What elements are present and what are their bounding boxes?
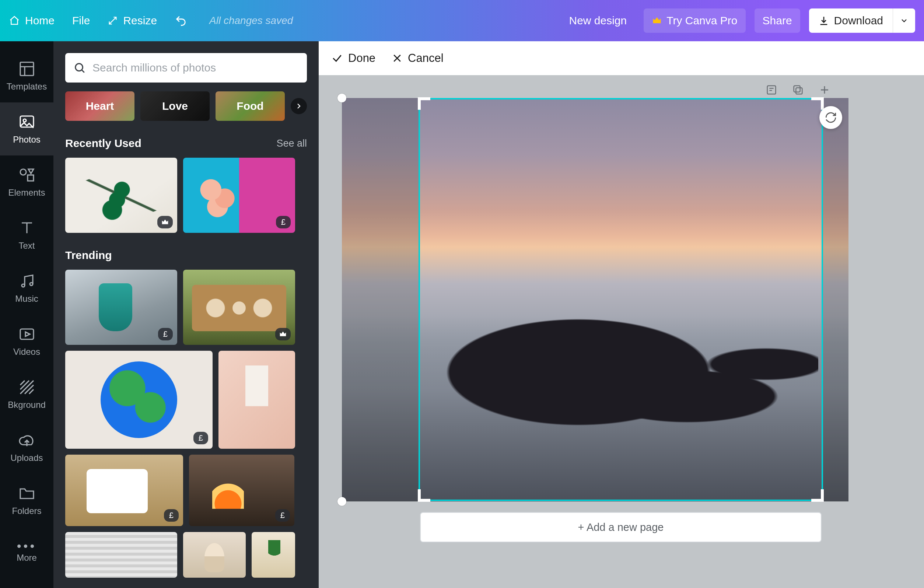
new-design-button[interactable]: New design bbox=[561, 8, 635, 33]
try-pro-button[interactable]: Try Canva Pro bbox=[644, 8, 745, 33]
svg-rect-10 bbox=[796, 88, 802, 94]
category-scroll-right[interactable] bbox=[291, 98, 307, 114]
category-heart[interactable]: Heart bbox=[65, 91, 134, 121]
home-icon bbox=[9, 15, 20, 26]
crop-handle-bl[interactable] bbox=[418, 489, 430, 502]
duplicate-page-button[interactable] bbox=[790, 83, 805, 97]
rail-more[interactable]: ••• More bbox=[0, 527, 53, 580]
svg-rect-0 bbox=[20, 62, 33, 76]
thumb-art bbox=[218, 351, 295, 449]
done-button[interactable]: Done bbox=[331, 51, 375, 65]
rail-templates-label: Templates bbox=[7, 81, 47, 92]
chevron-down-icon bbox=[900, 16, 909, 25]
file-menu[interactable]: File bbox=[72, 14, 90, 27]
undo-button[interactable] bbox=[175, 14, 187, 27]
notes-button[interactable] bbox=[764, 83, 779, 97]
svg-rect-4 bbox=[28, 175, 33, 181]
search-icon bbox=[73, 61, 86, 74]
close-icon bbox=[392, 53, 403, 64]
trending-thumb-1[interactable]: £ bbox=[65, 270, 177, 345]
svg-rect-7 bbox=[20, 329, 33, 339]
trending-thumb-3[interactable]: £ bbox=[65, 351, 213, 449]
topbar-right-group: New design Try Canva Pro Share Download bbox=[561, 8, 915, 33]
search-input[interactable] bbox=[92, 61, 299, 74]
rail-background-label: Bkground bbox=[8, 400, 46, 410]
trending-thumb-5[interactable]: £ bbox=[65, 455, 183, 526]
rail-text-label: Text bbox=[18, 241, 35, 251]
add-new-page-bar[interactable]: + Add a new page bbox=[420, 512, 822, 542]
crop-handle-br[interactable] bbox=[811, 489, 824, 502]
rail-folders[interactable]: Folders bbox=[0, 474, 53, 527]
text-icon bbox=[18, 219, 36, 237]
add-page-button[interactable] bbox=[817, 83, 832, 97]
left-rail: Templates Photos Elements Text Music Vid… bbox=[0, 41, 53, 588]
crown-icon bbox=[652, 15, 662, 26]
crop-handle-tr[interactable] bbox=[811, 97, 824, 110]
price-badge: £ bbox=[193, 432, 208, 444]
price-badge: £ bbox=[276, 216, 291, 228]
category-food[interactable]: Food bbox=[216, 91, 285, 121]
crown-icon bbox=[279, 330, 287, 338]
crop-handle-tl[interactable] bbox=[418, 97, 430, 110]
rail-photos[interactable]: Photos bbox=[0, 102, 53, 155]
canvas[interactable]: + Add a new page bbox=[319, 75, 924, 588]
selection-handle-tl[interactable] bbox=[337, 94, 346, 102]
duplicate-icon bbox=[792, 84, 804, 96]
home-button[interactable]: Home bbox=[9, 14, 54, 27]
resize-menu[interactable]: Resize bbox=[107, 14, 157, 27]
thumb-art bbox=[65, 532, 177, 578]
download-button[interactable]: Download bbox=[809, 8, 893, 33]
rail-folders-label: Folders bbox=[12, 506, 41, 516]
rail-photos-label: Photos bbox=[13, 134, 41, 145]
thumb-art bbox=[183, 532, 246, 578]
trending-thumb-8[interactable] bbox=[183, 532, 246, 578]
top-menu-bar: Home File Resize All changes saved New d… bbox=[0, 0, 924, 41]
notes-icon bbox=[765, 84, 778, 96]
rail-elements-label: Elements bbox=[8, 188, 45, 198]
recent-thumb-flowers[interactable]: £ bbox=[183, 158, 295, 233]
trending-header: Trending bbox=[65, 249, 307, 262]
rail-videos-label: Videos bbox=[13, 347, 40, 357]
download-more-button[interactable] bbox=[893, 8, 915, 33]
uploads-icon bbox=[18, 431, 36, 449]
search-box[interactable] bbox=[65, 53, 307, 83]
folders-icon bbox=[18, 484, 36, 502]
recently-used-see-all[interactable]: See all bbox=[276, 138, 307, 149]
cancel-button[interactable]: Cancel bbox=[392, 51, 444, 65]
trending-thumb-4[interactable] bbox=[218, 351, 295, 449]
collapse-panel-button[interactable] bbox=[311, 321, 319, 365]
share-button[interactable]: Share bbox=[754, 8, 800, 33]
thumb-art bbox=[65, 351, 213, 449]
category-love[interactable]: Love bbox=[140, 91, 210, 121]
price-badge: £ bbox=[164, 509, 179, 522]
rail-more-label: More bbox=[16, 553, 37, 563]
rail-templates[interactable]: Templates bbox=[0, 50, 53, 102]
undo-icon bbox=[175, 14, 187, 27]
crop-frame[interactable] bbox=[420, 99, 822, 500]
rail-music[interactable]: Music bbox=[0, 262, 53, 315]
try-pro-label: Try Canva Pro bbox=[667, 14, 737, 27]
rail-uploads[interactable]: Uploads bbox=[0, 421, 53, 474]
rail-videos[interactable]: Videos bbox=[0, 315, 53, 368]
refresh-image-button[interactable] bbox=[819, 106, 842, 129]
plus-icon bbox=[818, 84, 831, 96]
trending-thumb-2[interactable] bbox=[183, 270, 295, 345]
rail-elements[interactable]: Elements bbox=[0, 155, 53, 208]
svg-point-3 bbox=[20, 169, 26, 175]
recent-thumb-leaf[interactable] bbox=[65, 158, 177, 233]
page-actions bbox=[764, 83, 832, 97]
chevron-left-icon bbox=[316, 339, 319, 347]
download-group: Download bbox=[809, 8, 915, 33]
recently-used-title: Recently Used bbox=[65, 137, 142, 150]
crown-icon bbox=[161, 218, 169, 226]
trending-thumb-9[interactable] bbox=[252, 532, 295, 578]
trending-thumb-6[interactable]: £ bbox=[189, 455, 294, 526]
done-label: Done bbox=[348, 51, 375, 65]
resize-icon bbox=[107, 15, 118, 26]
rail-background[interactable]: Bkground bbox=[0, 368, 53, 421]
selection-handle-bl[interactable] bbox=[337, 497, 346, 506]
resize-label: Resize bbox=[123, 14, 157, 27]
trending-thumb-7[interactable] bbox=[65, 532, 177, 578]
trending-title: Trending bbox=[65, 249, 112, 262]
rail-text[interactable]: Text bbox=[0, 208, 53, 262]
